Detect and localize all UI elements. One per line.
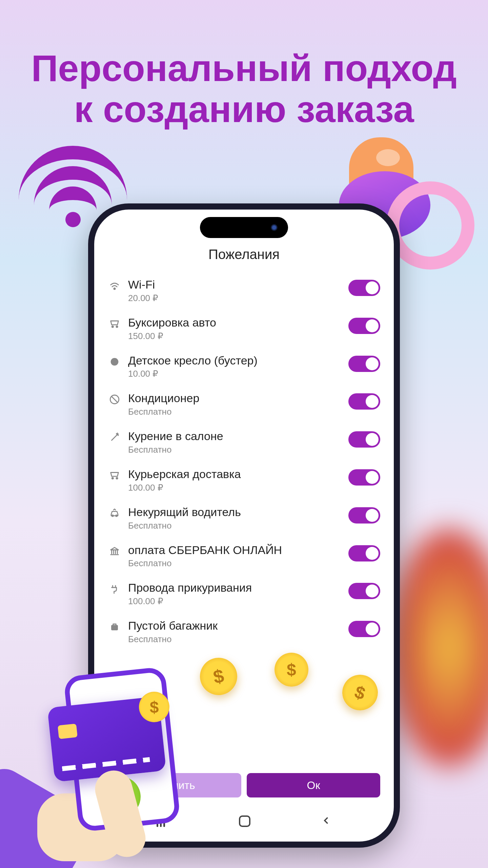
option-label: Курьерская доставка — [128, 467, 342, 481]
option-row: Провода прикуривания 100.00 ₽ — [108, 575, 380, 613]
option-price: 100.00 ₽ — [128, 596, 342, 607]
svg-rect-9 — [111, 625, 118, 631]
option-label: оплата СБЕРБАНК ОНЛАЙН — [128, 543, 342, 557]
option-price: 150.00 ₽ — [128, 331, 342, 341]
option-toggle[interactable] — [348, 621, 380, 637]
hero-line2: к созданию заказа — [0, 88, 488, 130]
option-toggle[interactable] — [348, 583, 380, 599]
svg-point-1 — [112, 326, 113, 327]
option-label: Детское кресло (бустер) — [128, 354, 342, 368]
option-price: 100.00 ₽ — [128, 482, 342, 493]
option-price: Бесплатно — [128, 520, 342, 531]
option-row: Детское кресло (бустер) 10.00 ₽ — [108, 348, 380, 386]
plug-icon — [108, 582, 121, 596]
option-toggle[interactable] — [348, 318, 380, 334]
option-price: 10.00 ₽ — [128, 369, 342, 379]
option-price: 20.00 ₽ — [128, 293, 342, 303]
hero-line1: Персональный подход — [0, 47, 488, 88]
option-row: Курение в салоне Бесплатно — [108, 423, 380, 461]
option-text: Буксировка авто 150.00 ₽ — [128, 316, 342, 341]
wifi-icon — [108, 279, 121, 293]
coin-decoration: $ — [274, 653, 308, 687]
option-label: Wi-Fi — [128, 278, 342, 292]
svg-point-6 — [116, 477, 118, 479]
svg-point-7 — [112, 515, 113, 516]
option-label: Провода прикуривания — [128, 581, 342, 595]
option-label: Некурящий водитель — [128, 505, 342, 519]
option-text: Курение в салоне Бесплатно — [128, 429, 342, 455]
option-row: Курьерская доставка 100.00 ₽ — [108, 461, 380, 499]
option-toggle[interactable] — [348, 469, 380, 486]
option-text: Wi-Fi 20.00 ₽ — [128, 278, 342, 303]
option-toggle[interactable] — [348, 356, 380, 372]
cart-icon — [108, 469, 121, 482]
svg-point-3 — [111, 358, 119, 366]
hero-title: Персональный подход к созданию заказа — [0, 0, 488, 130]
option-text: оплата СБЕРБАНК ОНЛАЙН Бесплатно — [128, 543, 342, 569]
option-label: Кондиционер — [128, 391, 342, 405]
hand-decoration: $ — [0, 631, 230, 868]
wand-icon — [108, 431, 121, 444]
option-toggle[interactable] — [348, 431, 380, 448]
option-row: Буксировка авто 150.00 ₽ — [108, 310, 380, 348]
car-icon — [108, 507, 121, 520]
bank-icon — [108, 545, 121, 558]
background-blur — [390, 529, 488, 766]
ban-icon — [108, 393, 121, 406]
option-price: Бесплатно — [128, 445, 342, 455]
option-text: Провода прикуривания 100.00 ₽ — [128, 581, 342, 607]
option-toggle[interactable] — [348, 280, 380, 296]
option-row: Кондиционер Бесплатно — [108, 385, 380, 423]
phone-notch — [200, 217, 288, 238]
option-price: Бесплатно — [128, 558, 342, 569]
svg-point-5 — [112, 477, 113, 479]
option-text: Кондиционер Бесплатно — [128, 391, 342, 417]
option-price: Бесплатно — [128, 407, 342, 417]
nav-back-button[interactable] — [321, 815, 331, 827]
option-toggle[interactable] — [348, 507, 380, 524]
svg-point-0 — [114, 288, 115, 289]
screen-title: Пожелания — [94, 247, 394, 272]
svg-point-8 — [116, 515, 117, 516]
option-label: Курение в салоне — [128, 429, 342, 443]
option-row: оплата СБЕРБАНК ОНЛАЙН Бесплатно — [108, 537, 380, 575]
option-label: Буксировка авто — [128, 316, 342, 330]
option-text: Детское кресло (бустер) 10.00 ₽ — [128, 354, 342, 379]
option-text: Курьерская доставка 100.00 ₽ — [128, 467, 342, 493]
ok-button[interactable]: Ок — [247, 773, 380, 797]
cart-icon — [108, 317, 121, 331]
option-toggle[interactable] — [348, 393, 380, 410]
option-row: Некурящий водитель Бесплатно — [108, 499, 380, 537]
option-row: Wi-Fi 20.00 ₽ — [108, 272, 380, 310]
svg-point-2 — [116, 326, 118, 327]
option-toggle[interactable] — [348, 545, 380, 561]
circle-icon — [108, 355, 121, 369]
nav-home-button[interactable] — [239, 815, 250, 827]
option-text: Некурящий водитель Бесплатно — [128, 505, 342, 531]
